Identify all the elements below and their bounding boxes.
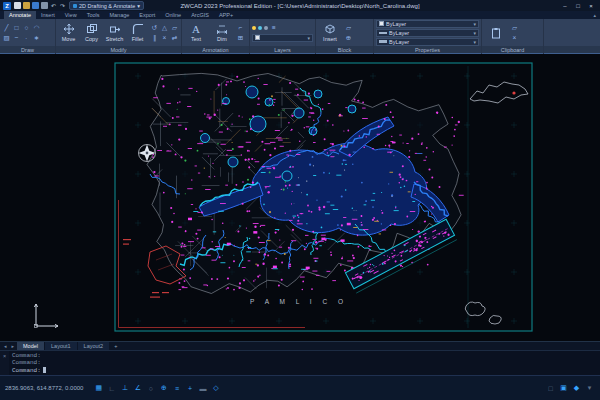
snap-toggle-icon[interactable]: ▦ <box>93 383 104 394</box>
tab-insert[interactable]: Insert <box>36 11 60 19</box>
spline-tool-icon[interactable]: ~ <box>12 33 21 42</box>
linetype-dropdown[interactable]: ByLayer ▾ <box>376 29 479 37</box>
tab-annotate[interactable]: Annotate <box>4 11 36 19</box>
line-tool-icon[interactable]: ╱ <box>2 23 11 32</box>
rotate-tool-icon[interactable]: ↺ <box>150 23 159 32</box>
hatch-tool-icon[interactable]: ▨ <box>2 33 11 42</box>
command-history-line: Command: <box>12 359 597 366</box>
panel-block-label[interactable]: Block <box>316 46 373 54</box>
tab-arcgis[interactable]: ArcGIS <box>186 11 214 19</box>
save-file-icon[interactable] <box>32 2 39 9</box>
layer-properties-icon[interactable]: ≡ <box>270 24 278 32</box>
islands-inset <box>465 302 501 324</box>
title-bar: Z ↶ ↷ 2D Drafting & Annotate ▾ ZWCAD 202… <box>0 0 600 11</box>
command-close-icon[interactable]: × <box>3 353 6 375</box>
panel-modify-label[interactable]: Modify <box>56 46 181 54</box>
layout-next-icon[interactable]: ▸ <box>10 342 17 350</box>
leader-tool-icon[interactable]: ⌐ <box>236 23 245 32</box>
state-inset-nc <box>470 82 528 103</box>
stretch-button[interactable]: Stretch <box>104 20 125 45</box>
panel-properties-label[interactable]: Properties <box>374 46 481 54</box>
layout-prev-icon[interactable]: ◂ <box>2 342 9 350</box>
text-caret <box>43 367 46 373</box>
status-menu-icon[interactable]: ▾ <box>584 383 595 394</box>
tab-model[interactable]: Model <box>17 342 44 350</box>
layer-lock-icon[interactable] <box>264 26 268 30</box>
grid-toggle-icon[interactable]: ∟ <box>106 383 117 394</box>
color-dropdown[interactable]: ByLayer ▾ <box>376 20 479 28</box>
array-tool-icon[interactable]: ∥ <box>150 33 159 42</box>
arc-tool-icon[interactable]: ◠ <box>32 23 41 32</box>
cut-clip-icon[interactable]: × <box>510 33 519 42</box>
layer-dropdown[interactable]: ▾ <box>252 34 313 42</box>
tab-layout1[interactable]: Layout1 <box>45 342 77 350</box>
tab-view[interactable]: View <box>60 11 82 19</box>
insert-block-button[interactable]: Insert <box>318 20 342 45</box>
layer-color-chip <box>255 35 260 40</box>
command-prompt[interactable]: Command: <box>12 366 597 374</box>
edit-block-icon[interactable]: ⊕ <box>344 33 353 42</box>
panel-clipboard-label[interactable]: Clipboard <box>482 46 543 54</box>
otrack-toggle-icon[interactable]: ⊕ <box>158 383 169 394</box>
undo-icon[interactable]: ↶ <box>50 2 57 9</box>
osnap-toggle-icon[interactable]: ○ <box>145 383 156 394</box>
ribbon-collapse-icon[interactable]: ▴ <box>593 11 596 19</box>
copy-clip-icon[interactable]: ▱ <box>510 23 519 32</box>
command-window[interactable]: × Command: Command: Command: <box>0 350 600 375</box>
tab-export[interactable]: Export <box>134 11 160 19</box>
workspace-icon <box>73 4 77 8</box>
text-button[interactable]: A Text <box>184 20 208 45</box>
erase-tool-icon[interactable]: × <box>160 33 169 42</box>
lineweight-dropdown[interactable]: ByLayer ▾ <box>376 38 479 46</box>
tab-layout2[interactable]: Layout2 <box>78 342 110 350</box>
transparency-toggle-icon[interactable]: ◇ <box>210 383 221 394</box>
layer-on-icon[interactable] <box>252 26 256 30</box>
annotation-scale-icon[interactable]: ▣ <box>558 383 569 394</box>
county-label: P A M L I C O <box>250 298 348 305</box>
offset-tool-icon[interactable]: ▱ <box>170 23 179 32</box>
close-button[interactable]: × <box>585 1 597 10</box>
layer-freeze-icon[interactable] <box>258 26 262 30</box>
tab-app[interactable]: APP+ <box>214 11 238 19</box>
command-history-line: Command: <box>12 352 597 359</box>
fillet-button[interactable]: Fillet <box>127 20 148 45</box>
redo-icon[interactable]: ↷ <box>59 2 66 9</box>
workspace-status-icon[interactable]: □ <box>545 383 556 394</box>
circle-tool-icon[interactable]: ○ <box>22 23 31 32</box>
rectangle-tool-icon[interactable]: □ <box>12 23 21 32</box>
dimension-button[interactable]: Dim <box>210 20 234 45</box>
zwcad-logo-icon: Z <box>3 2 11 10</box>
tab-online[interactable]: Online <box>160 11 186 19</box>
ortho-toggle-icon[interactable]: ⊥ <box>119 383 130 394</box>
block-star-tool-icon[interactable]: ∗ <box>32 33 41 42</box>
crosshair-toggle-icon[interactable]: + <box>184 383 195 394</box>
drawing-canvas[interactable]: P A M L I C O <box>0 54 600 341</box>
add-layout-button[interactable]: + <box>110 342 121 350</box>
text-icon: A <box>190 23 202 35</box>
print-icon[interactable] <box>41 2 48 9</box>
dyn-input-toggle-icon[interactable]: ≡ <box>171 383 182 394</box>
new-file-icon[interactable] <box>14 2 21 9</box>
panel-draw-label[interactable]: Draw <box>0 46 55 54</box>
maximize-button[interactable]: □ <box>572 1 584 10</box>
panel-annotation-label[interactable]: Annotation <box>182 46 249 54</box>
chevron-down-icon: ▾ <box>307 35 310 41</box>
tab-tools[interactable]: Tools <box>82 11 105 19</box>
isolate-objects-icon[interactable]: ◆ <box>571 383 582 394</box>
paste-button[interactable] <box>484 20 508 45</box>
create-block-icon[interactable]: ▱ <box>344 23 353 32</box>
tab-manage[interactable]: Manage <box>104 11 134 19</box>
polar-toggle-icon[interactable]: ∠ <box>132 383 143 394</box>
open-file-icon[interactable] <box>23 2 30 9</box>
point-tool-icon[interactable]: ∙ <box>22 33 31 42</box>
lineweight-toggle-icon[interactable]: ▬ <box>197 383 208 394</box>
copy-icon <box>86 23 98 35</box>
copy-button[interactable]: Copy <box>81 20 102 45</box>
workspace-switcher[interactable]: 2D Drafting & Annotate ▾ <box>69 1 144 10</box>
trim-tool-icon[interactable]: ⇄ <box>170 33 179 42</box>
table-tool-icon[interactable]: ⊞ <box>236 33 245 42</box>
minimize-button[interactable]: – <box>559 1 571 10</box>
move-button[interactable]: Move <box>58 20 79 45</box>
panel-layers-label[interactable]: Layers <box>250 46 315 54</box>
mirror-tool-icon[interactable]: △ <box>160 23 169 32</box>
